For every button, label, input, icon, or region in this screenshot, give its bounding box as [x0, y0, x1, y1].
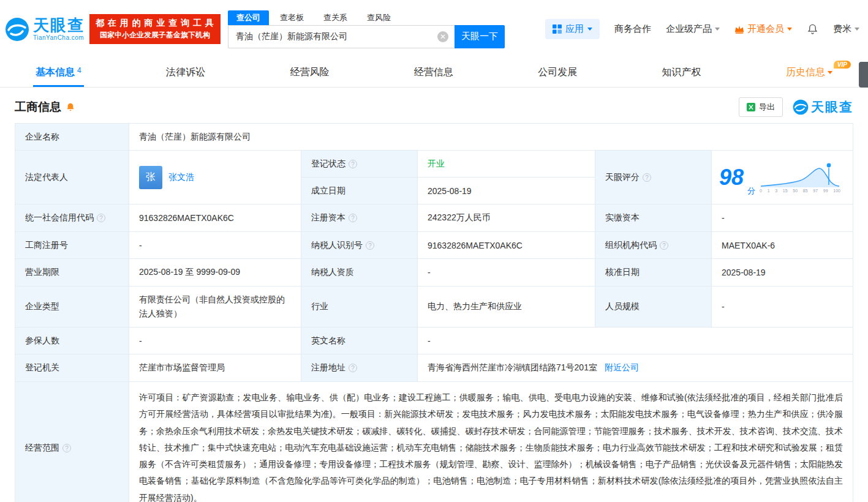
legal-rep-avatar[interactable]: 张	[139, 166, 162, 189]
score-value: 98	[719, 167, 744, 189]
tick: 50	[793, 189, 798, 193]
top-bar: 天眼查 TianYanCha.com 都 在 用 的 商 业 查 询 工 具 国…	[0, 0, 868, 58]
value-text: -	[428, 268, 431, 277]
field-label-established: 成立日期	[301, 178, 418, 204]
legal-rep-link[interactable]: 张文浩	[168, 172, 194, 183]
slogan-banner: 都 在 用 的 商 业 查 询 工 具 国家中小企业发展子基金旗下机构	[89, 14, 221, 44]
tick: 97	[813, 189, 818, 193]
score-curve-chart	[759, 162, 841, 189]
status-badge: 开业	[428, 159, 445, 170]
help-icon[interactable]: ?	[349, 364, 357, 372]
search-tab-risk[interactable]: 查风险	[358, 10, 399, 25]
apps-label: 应用	[565, 23, 584, 35]
value-text: 电力、热力生产和供应业	[428, 301, 522, 312]
enterprise-products-label: 企业级产品	[666, 23, 712, 35]
tab-operating-risk[interactable]: 经营风险	[290, 58, 329, 87]
tab-label: 历史信息	[786, 66, 825, 79]
export-button[interactable]: 导出	[739, 97, 783, 117]
help-icon[interactable]: ?	[643, 173, 651, 182]
tab-legal-proceedings[interactable]: 法律诉讼	[166, 58, 205, 87]
value-text: 2025-08-19	[722, 268, 766, 277]
search-button[interactable]: 天眼一下	[455, 25, 505, 48]
help-icon[interactable]: ?	[660, 241, 668, 250]
slogan-line1: 都 在 用 的 商 业 查 询 工 具	[96, 18, 214, 29]
field-value-legal-rep: 张 张文浩	[129, 151, 301, 204]
field-value-established: 2025-08-19	[418, 178, 595, 204]
label-text: 核准日期	[605, 267, 640, 278]
label-text: 组织机构代码	[605, 240, 657, 251]
tianyancha-logo[interactable]: 天眼查 TianYanCha.com	[5, 17, 85, 42]
vip-upgrade-link[interactable]: 开通会员	[734, 23, 792, 35]
section-title: 工商信息	[15, 99, 61, 115]
caret-down-icon	[855, 28, 859, 31]
caret-down-icon	[715, 28, 720, 31]
clear-icon[interactable]: ✕	[437, 31, 448, 42]
field-value-company-name: 青油（茫崖）新能源有限公司	[129, 124, 853, 151]
field-value-staff-size: -	[712, 287, 853, 328]
field-label-legal-rep: 法定代表人	[15, 151, 129, 204]
business-info-table: 企业名称 青油（茫崖）新能源有限公司 法定代表人 张 张文浩 登记状态 ? 开业…	[15, 123, 853, 502]
label-text: 纳税人资质	[311, 267, 354, 278]
user-name: 费米	[833, 23, 851, 35]
field-value-industry: 电力、热力生产和供应业	[418, 287, 595, 328]
field-value-paid-capital: -	[712, 204, 853, 232]
field-value-credit-code: 91632826MAETX0AK6C	[129, 204, 301, 232]
field-value-business-scope: 许可项目：矿产资源勘查；发电业务、输电业务、供（配）电业务；建设工程施工；供暖服…	[129, 382, 853, 502]
user-menu[interactable]: 费米	[833, 23, 859, 35]
value-text: -	[139, 241, 142, 250]
field-label-tianyan-score: 天眼评分 ?	[595, 151, 712, 204]
help-icon[interactable]: ?	[349, 160, 357, 168]
address-text: 青海省海西州茫崖市冷湖镇团结路71号201室	[428, 362, 597, 373]
field-label-staff-size: 人员规模	[595, 287, 712, 328]
search-area: 查公司 查老板 查关系 查风险 ✕ 天眼一下	[228, 10, 505, 48]
floating-side-widget[interactable]	[859, 62, 868, 88]
help-icon[interactable]: ?	[62, 444, 71, 452]
value-text: -	[722, 213, 725, 223]
enterprise-products-menu[interactable]: 企业级产品	[666, 23, 720, 35]
tab-label: 经营风险	[290, 66, 329, 79]
value-text: -	[722, 302, 725, 312]
search-tab-boss[interactable]: 查老板	[271, 10, 312, 25]
logo-name: 天眼查	[33, 17, 85, 34]
tab-label: 基本信息	[36, 66, 75, 79]
label-text: 天眼评分	[605, 172, 640, 183]
label-text: 参保人数	[25, 335, 59, 347]
label-text: 登记状态	[311, 159, 345, 170]
field-value-org-code: MAETX0AK-6	[712, 232, 853, 259]
field-value-reg-capital: 242322万人民币	[418, 204, 595, 232]
field-label-company-type: 企业类型	[15, 287, 129, 328]
label-text: 企业类型	[25, 301, 59, 312]
field-label-company-name: 企业名称	[15, 124, 129, 151]
tab-operating-info[interactable]: 经营信息	[414, 58, 453, 87]
notification-bell-icon[interactable]	[807, 23, 818, 35]
label-text: 实缴资本	[605, 212, 640, 223]
tick: 15	[783, 189, 788, 193]
search-input[interactable]	[228, 25, 455, 48]
tab-basic-info[interactable]: 基本信息 4	[36, 58, 81, 87]
field-label-org-code: 组织机构代码 ?	[595, 232, 712, 259]
field-label-taxpayer-id: 纳税人识别号 ?	[301, 232, 418, 259]
value-text: -	[139, 336, 142, 346]
apps-menu[interactable]: 应用	[545, 19, 600, 39]
field-label-reg-capital: 注册资本 ?	[301, 204, 418, 232]
help-icon[interactable]: ?	[349, 214, 357, 222]
tab-company-development[interactable]: 公司发展	[538, 58, 577, 87]
tianyancha-logo-icon	[5, 17, 29, 42]
field-value-taxpayer-quality: -	[418, 259, 595, 287]
nearby-companies-link[interactable]: 附近公司	[605, 362, 639, 373]
field-label-reg-status: 登记状态 ?	[301, 151, 418, 178]
help-icon[interactable]: ?	[97, 214, 105, 222]
business-cooperation-link[interactable]: 商务合作	[614, 23, 651, 35]
tab-intellectual-property[interactable]: 知识产权	[662, 58, 701, 87]
alert-bell-icon[interactable]	[66, 102, 75, 112]
field-value-tianyan-score[interactable]: 98 分 0 1 3 15 50 85 97 99 100	[712, 151, 853, 204]
help-icon[interactable]: ?	[366, 241, 374, 250]
tab-history-info[interactable]: 历史信息 VIP	[786, 58, 832, 87]
label-text: 注册资本	[311, 212, 345, 223]
watermark-logo: 天眼查	[793, 99, 853, 116]
search-tab-relation[interactable]: 查关系	[315, 10, 356, 25]
field-value-english-name: -	[418, 328, 853, 354]
score-chart: 0 1 3 15 50 85 97 99 100	[759, 162, 841, 193]
search-tab-company[interactable]: 查公司	[228, 10, 269, 25]
label-text: 纳税人识别号	[311, 240, 363, 251]
